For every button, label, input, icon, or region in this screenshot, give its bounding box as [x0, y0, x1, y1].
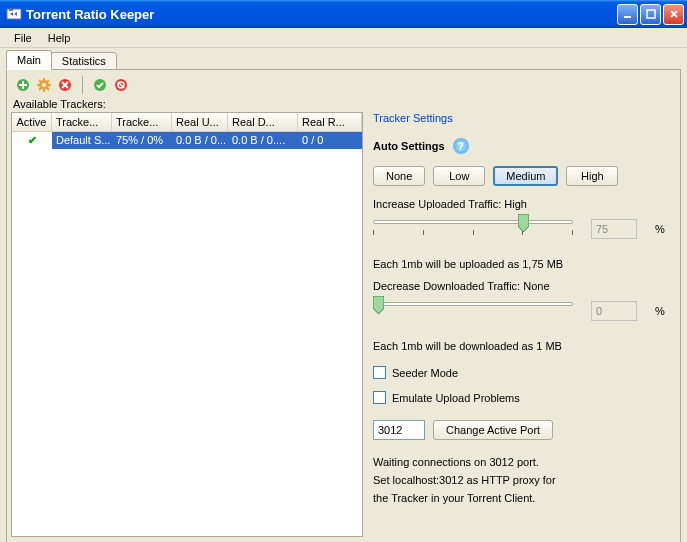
increase-slider[interactable] — [373, 214, 573, 244]
emulate-label: Emulate Upload Problems — [392, 392, 520, 404]
trackers-table: Active Tracke... Tracke... Real U... Rea… — [11, 112, 363, 537]
cell-realr: 0 / 0 — [298, 132, 362, 149]
decrease-traffic-label: Decrease Downloaded Traffic: None — [373, 280, 672, 292]
high-button[interactable]: High — [566, 166, 618, 186]
gear-icon[interactable] — [36, 77, 52, 93]
low-button[interactable]: Low — [433, 166, 485, 186]
toolbar — [11, 74, 676, 96]
col-ratio[interactable]: Tracke... — [112, 113, 172, 131]
table-row[interactable]: ✔ Default S... 75% / 0% 0.0 B / 0... 0.0… — [12, 132, 362, 149]
cell-tracker: Default S... — [52, 132, 112, 149]
info-line-3: the Tracker in your Torrent Client. — [373, 492, 672, 504]
col-active[interactable]: Active — [12, 113, 52, 131]
titlebar: Torrent Ratio Keeper — [0, 0, 687, 28]
add-icon[interactable] — [15, 77, 31, 93]
pct-label: % — [655, 223, 665, 235]
cell-reald: 0.0 B / 0.... — [228, 132, 298, 149]
decrease-pct-field: 0 — [591, 301, 637, 321]
col-tracker[interactable]: Tracke... — [52, 113, 112, 131]
available-trackers-label: Available Trackers: — [11, 96, 676, 112]
emulate-checkbox[interactable] — [373, 391, 386, 404]
change-port-button[interactable]: Change Active Port — [433, 420, 553, 440]
tab-main[interactable]: Main — [6, 50, 52, 70]
minimize-button[interactable] — [617, 4, 638, 25]
cell-ratio: 75% / 0% — [112, 132, 172, 149]
medium-button[interactable]: Medium — [493, 166, 558, 186]
info-line-1: Waiting connections on 3012 port. — [373, 456, 672, 468]
help-icon[interactable]: ? — [453, 138, 469, 154]
disable-icon[interactable] — [113, 77, 129, 93]
none-button[interactable]: None — [373, 166, 425, 186]
tracker-settings: Tracker Settings Auto Settings ? None Lo… — [369, 112, 676, 537]
auto-settings-label: Auto Settings — [373, 140, 445, 152]
window-title: Torrent Ratio Keeper — [26, 7, 617, 22]
delete-icon[interactable] — [57, 77, 73, 93]
seeder-mode-label: Seeder Mode — [392, 367, 458, 379]
main-panel: Available Trackers: Active Tracke... Tra… — [6, 69, 681, 542]
each-upload-label: Each 1mb will be uploaded as 1,75 MB — [373, 258, 672, 270]
app-icon — [6, 6, 22, 22]
close-button[interactable] — [663, 4, 684, 25]
tabs: Main Statistics — [6, 50, 681, 70]
increase-traffic-label: Increase Uploaded Traffic: High — [373, 198, 672, 210]
info-line-2: Set localhost:3012 as HTTP proxy for — [373, 474, 672, 486]
col-real-download[interactable]: Real D... — [228, 113, 298, 131]
col-real-ratio[interactable]: Real R... — [298, 113, 362, 131]
svg-rect-2 — [647, 10, 655, 18]
svg-rect-1 — [624, 16, 631, 18]
settings-title: Tracker Settings — [373, 112, 672, 124]
menu-file[interactable]: File — [6, 30, 40, 46]
active-check-icon: ✔ — [28, 134, 37, 146]
col-real-upload[interactable]: Real U... — [172, 113, 228, 131]
increase-pct-field: 75 — [591, 219, 637, 239]
decrease-slider[interactable] — [373, 296, 573, 326]
cell-realu: 0.0 B / 0... — [172, 132, 228, 149]
menubar: File Help — [0, 28, 687, 48]
menu-help[interactable]: Help — [40, 30, 79, 46]
maximize-button[interactable] — [640, 4, 661, 25]
each-download-label: Each 1mb will be downloaded as 1 MB — [373, 340, 672, 352]
enable-icon[interactable] — [92, 77, 108, 93]
svg-point-5 — [42, 83, 46, 87]
tab-statistics[interactable]: Statistics — [51, 52, 117, 70]
seeder-mode-checkbox[interactable] — [373, 366, 386, 379]
port-input[interactable] — [373, 420, 425, 440]
pct-label-2: % — [655, 305, 665, 317]
